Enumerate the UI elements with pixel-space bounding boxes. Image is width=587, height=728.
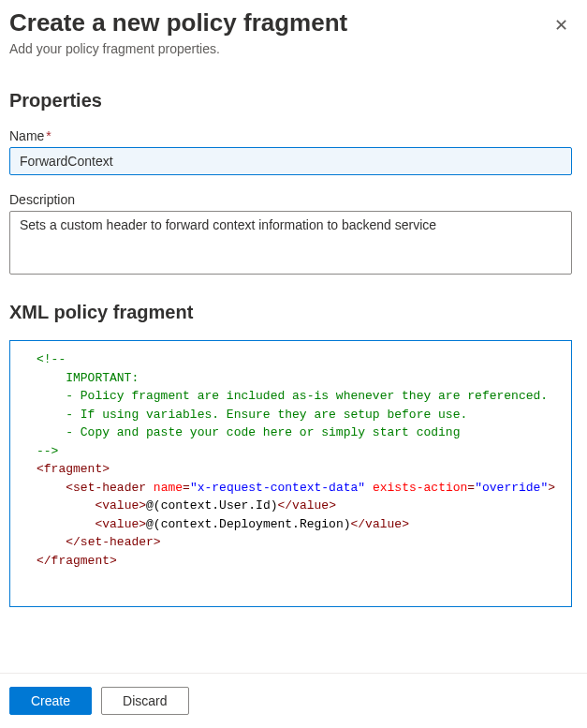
code-line: <value>@(context.User.Id)</value> [37,497,571,515]
xml-code-editor[interactable]: <!-- IMPORTANT: - Policy fragment are in… [9,340,572,607]
xml-heading: XML policy fragment [9,302,572,323]
code-line: --> [37,442,571,461]
close-icon[interactable]: ✕ [550,11,572,39]
properties-heading: Properties [9,90,572,111]
code-line: <value>@(context.Deployment.Region)</val… [37,515,571,534]
code-line: <set-header name="x-request-context-data… [37,479,571,498]
page-title: Create a new policy fragment [9,7,347,39]
code-line: - Copy and paste your code here or simpl… [37,423,571,442]
code-line: - Policy fragment are included as-is whe… [37,387,571,406]
name-input[interactable] [9,147,572,175]
code-line [37,570,571,588]
code-line: - If using variables. Ensure they are se… [37,406,571,424]
description-label: Description [9,192,572,207]
footer: Create Discard [0,673,587,728]
discard-button[interactable]: Discard [101,687,188,715]
description-input[interactable]: Sets a custom header to forward context … [9,211,572,275]
required-star: * [46,128,51,143]
create-button[interactable]: Create [9,687,92,715]
code-line: <fragment> [37,460,571,479]
code-line: <!-- [37,350,571,369]
code-line: </set-header> [37,533,571,552]
name-label: Name* [9,128,572,143]
code-line: </fragment> [37,552,571,571]
code-line: IMPORTANT: [37,369,571,388]
page-subtitle: Add your policy fragment properties. [9,41,572,56]
